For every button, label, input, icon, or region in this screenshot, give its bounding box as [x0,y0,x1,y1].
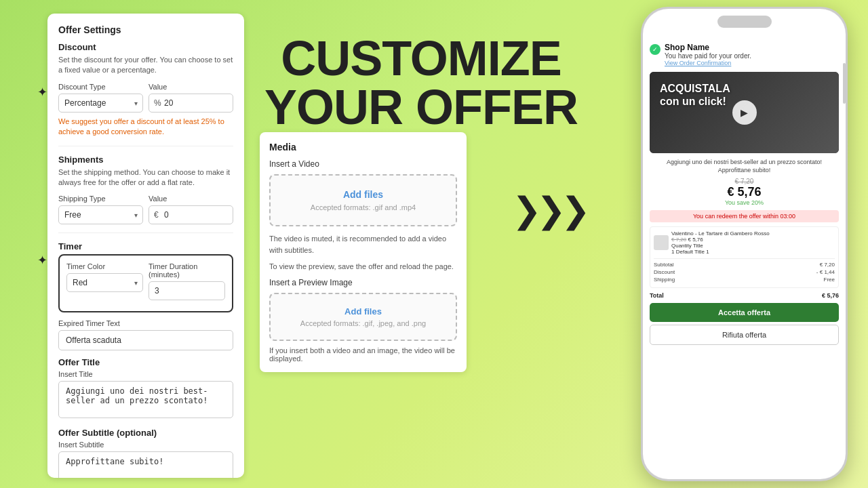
product-price-row: € 7,20 € 5,76 [671,237,770,243]
shipping-value: Free [824,277,835,283]
order-product-info: Valentino - Le Tartare di Gambero Rosso … [671,230,770,255]
timer-duration-label: Timer Duration (minutes) [149,262,225,279]
product-desc-text: Aggiungi uno dei nostri best-seller ad u… [667,159,822,174]
shop-link[interactable]: View Order Confirmation [665,60,751,66]
total-value: € 5,76 [822,292,839,299]
offer-title-label: Insert Title [58,370,233,378]
offer-subtitle-section: Offer Subtitle (optional) Insert Subtitl… [58,428,233,478]
shipments-desc: Set the shipping method. You can choose … [58,167,233,188]
accept-offer-btn[interactable]: Accetta offerta [650,303,839,322]
shipping-value-input[interactable] [149,205,233,224]
offer-subtitle-textarea[interactable]: Approfittane subito! [58,451,233,478]
media-panel: Media Insert a Video Add files Accepted … [260,132,467,372]
panel-title: Offer Settings [58,24,233,35]
shipping-type-select[interactable]: Free Flat Rate [58,205,143,224]
offer-title-heading: Offer Title [58,357,233,367]
phone-outer: ✓ Shop Name You have paid for your order… [641,7,848,481]
image-upload-area[interactable]: Add files Accepted formats: .gif, .jpeg,… [269,293,457,341]
decline-offer-btn[interactable]: Rifiuta offerta [650,325,839,345]
phone-content: ✓ Shop Name You have paid for your order… [643,9,846,352]
discount-type-label: Discount Type [58,83,143,91]
media-title: Media [269,142,457,152]
shipping-value-prefix: € [154,210,159,220]
star-discount-icon: ✦ [37,85,47,100]
discount-desc: Set the discount for your offer. You can… [58,55,233,76]
hero-line2: YOUR OFFER [264,83,578,131]
product-name: Valentino - Le Tartare di Gambero Rosso [671,230,770,237]
timer-color-field: Timer Color Red Blue Green Orange [66,262,143,300]
shop-info: Shop Name You have paid for your order. … [665,43,751,66]
shipping-value-field: Value € [149,195,233,224]
subtotal-value: € 7,20 [820,262,835,268]
price-old: € 7,20 [650,178,839,185]
subtotal-row: Subtotal € 7,20 [654,262,835,268]
video-upload-area[interactable]: Add files Accepted formats: .gif and .mp… [269,174,457,226]
shop-check-icon: ✓ [650,44,660,55]
order-product-row: Valentino - Le Tartare di Gambero Rosso … [654,230,835,255]
media-video-subtitle: Insert a Video [269,159,457,169]
shipping-value-label: Value [149,195,233,203]
timer-duration-field: Timer Duration (minutes) [149,262,225,300]
shipping-label: Shipping [654,277,675,283]
video-background: ACQUISTALA con un click! ▶ [650,72,839,153]
timer-section: Timer Timer Color Red Blue Green Orange [58,241,233,357]
shipping-type-label: Shipping Type [58,195,143,203]
qty-value: 1 [671,249,674,255]
arrows-decoration: ❯❯❯ [512,190,585,230]
discount-title: Discount [58,42,233,52]
phone-mockup: ✓ Shop Name You have paid for your order… [641,7,848,481]
play-button[interactable]: ▶ [732,100,757,125]
product-video: ACQUISTALA con un click! ▶ [650,72,839,153]
hero-section: CUSTOMIZE YOUR OFFER [264,34,578,131]
discount-value-label: Value [149,83,233,91]
video-text2: con un click! [660,95,730,108]
product-values-row: 1 Default Title 1 [671,249,770,255]
media-image-subtitle: Insert a Preview Image [269,278,457,287]
offer-subtitle-label: Insert Subtitle [58,441,233,449]
discount-value: - € 1,44 [816,269,835,275]
timer-color-label: Timer Color [66,262,143,270]
phone-screen: ✓ Shop Name You have paid for your order… [643,9,846,479]
discount-value-prefix: % [154,98,161,108]
subtotals: Subtotal € 7,20 Discount - € 1,44 Shippi… [654,258,835,283]
expired-timer-input[interactable] [58,330,233,350]
shipments-title: Shipments [58,155,233,165]
price-new: € 5,76 [650,185,839,199]
offer-settings-panel: Offer Settings Discount Set the discount… [47,14,244,478]
product-new-price: € 5,76 [688,237,703,243]
timer-box: Timer Color Red Blue Green Orange Timer … [58,254,233,312]
subtotal-label: Subtotal [654,262,673,268]
order-details: Valentino - Le Tartare di Gambero Rosso … [650,226,839,288]
discount-type-select[interactable]: Percentage Fixed [58,94,143,113]
order-product-img [654,235,669,250]
timer-title: Timer [58,241,233,251]
media-note2: To view the preview, save the offer and … [269,261,457,272]
price-area: € 7,20 € 5,76 You save 20% [650,178,839,206]
offer-subtitle-heading: Offer Subtitle (optional) [58,428,233,438]
product-old-price: € 7,20 [671,237,686,243]
total-row: Total € 5,76 [650,292,839,299]
offer-title-textarea[interactable]: Aggiungi uno dei nostri best-seller ad u… [58,381,233,418]
video-upload-btn[interactable]: Add files [284,189,442,200]
product-qty-row: Quantity Title [671,243,770,249]
timer-duration-input[interactable] [149,281,225,300]
offer-title-section: Offer Title Insert Title Aggiungi uno de… [58,357,233,428]
discount-row: Discount - € 1,44 [654,269,835,275]
discount-type-field: Discount Type Percentage Fixed [58,83,143,113]
shop-header: ✓ Shop Name You have paid for your order… [650,43,839,66]
image-upload-btn[interactable]: Add files [283,306,443,317]
price-save: You save 20% [650,199,839,206]
shipping-type-field: Shipping Type Free Flat Rate [58,195,143,224]
timer-bar: You can redeem the offer within 03:00 [650,210,839,222]
media-note1: The video is muted, it is recommended to… [269,233,457,256]
shop-name: Shop Name [665,43,751,52]
timer-color-select[interactable]: Red Blue Green Orange [66,273,143,292]
hero-line2-text: YOUR OFFER [264,80,578,134]
phone-notch [717,16,772,28]
expired-timer-label: Expired Timer Text [58,319,233,327]
scroll-handle[interactable] [843,63,846,104]
product-description: Aggiungi uno dei nostri best-seller ad u… [650,159,839,174]
video-overlay: ACQUISTALA con un click! [660,82,730,108]
hero-line1: CUSTOMIZE [264,34,578,83]
star-timer-icon: ✦ [37,253,47,268]
